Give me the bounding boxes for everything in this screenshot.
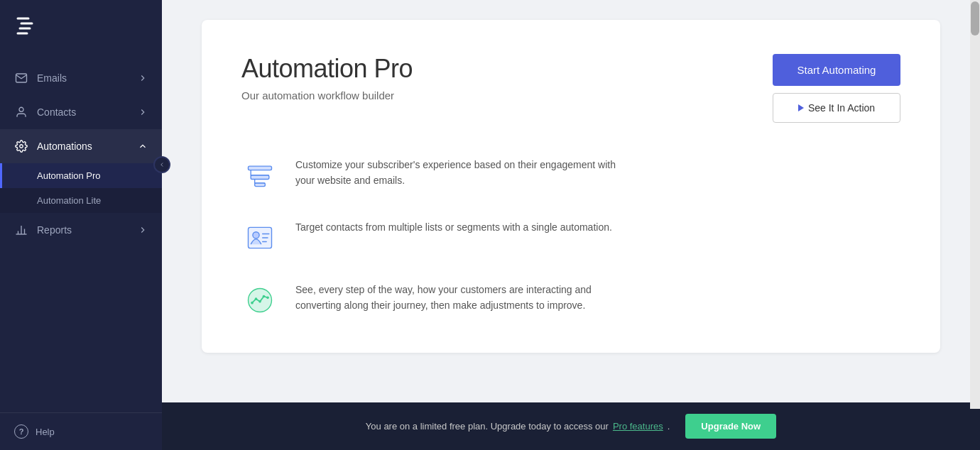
- start-automating-button[interactable]: Start Automating: [773, 54, 900, 86]
- feature-desc-2: Target contacts from multiple lists or s…: [295, 219, 636, 235]
- banner-text-after: .: [668, 421, 670, 432]
- pro-features-link[interactable]: Pro features: [613, 421, 663, 432]
- svg-point-23: [266, 297, 269, 300]
- content-area: Automation Pro Our automation workflow b…: [162, 0, 980, 402]
- main-nav: Emails Contacts Automati: [0, 54, 162, 412]
- contacts-icon: [14, 105, 28, 119]
- help-label: Help: [36, 427, 55, 437]
- emails-chevron: [138, 73, 148, 83]
- app-logo: [14, 13, 43, 41]
- feature-item-3: See, every step of the way, how your cus…: [241, 282, 900, 319]
- svg-point-19: [251, 302, 254, 304]
- feature-desc-1: Customize your subscriber's experience b…: [295, 157, 636, 189]
- svg-point-5: [20, 145, 23, 148]
- svg-point-14: [253, 232, 259, 238]
- sidebar-bottom: ? Help: [0, 412, 162, 450]
- sidebar-item-emails[interactable]: Emails: [0, 61, 162, 95]
- feature-icon-1: [241, 157, 278, 194]
- mail-icon: [14, 71, 28, 85]
- gear-icon: [14, 139, 28, 153]
- sidebar-item-automations-label: Automations: [37, 141, 92, 152]
- automations-chevron: [138, 141, 148, 151]
- collapse-sidebar-button[interactable]: [153, 156, 170, 173]
- sidebar: Emails Contacts Automati: [0, 0, 162, 450]
- automations-submenu: Automation Pro Automation Lite: [0, 163, 162, 213]
- play-icon: [798, 104, 804, 111]
- feature-icon-3: [241, 282, 278, 319]
- bar-chart-icon: [14, 223, 28, 237]
- svg-point-21: [258, 300, 261, 303]
- card-actions: Start Automating See It In Action: [773, 54, 900, 123]
- see-in-action-label: See It In Action: [808, 102, 875, 114]
- feature-text-2: Target contacts from multiple lists or s…: [295, 219, 900, 235]
- sidebar-item-contacts[interactable]: Contacts: [0, 95, 162, 129]
- feature-item-2: Target contacts from multiple lists or s…: [241, 219, 900, 256]
- upgrade-now-button[interactable]: Upgrade Now: [685, 414, 776, 439]
- main-content: Automation Pro Our automation workflow b…: [162, 0, 980, 450]
- help-icon: ?: [14, 424, 28, 439]
- scrollbar-track[interactable]: [970, 0, 980, 409]
- svg-point-20: [255, 297, 258, 300]
- svg-rect-12: [255, 183, 266, 187]
- sidebar-item-emails-label: Emails: [37, 72, 67, 84]
- banner-text-before: You are on a limited free plan. Upgrade …: [366, 421, 609, 432]
- sidebar-item-contacts-label: Contacts: [37, 106, 76, 118]
- see-in-action-button[interactable]: See It In Action: [773, 93, 900, 123]
- page-title: Automation Pro: [241, 54, 413, 84]
- feature-item-1: Customize your subscriber's experience b…: [241, 157, 900, 194]
- reports-chevron: [138, 225, 148, 235]
- scrollbar-thumb[interactable]: [971, 1, 979, 35]
- logo-area: [0, 0, 162, 54]
- sidebar-item-automation-pro[interactable]: Automation Pro: [0, 163, 162, 188]
- svg-point-22: [263, 295, 266, 298]
- contacts-chevron: [138, 107, 148, 117]
- svg-point-4: [19, 107, 23, 111]
- features-list: Customize your subscriber's experience b…: [241, 157, 900, 319]
- sidebar-item-reports[interactable]: Reports: [0, 213, 162, 247]
- feature-desc-3: See, every step of the way, how your cus…: [295, 282, 636, 314]
- sidebar-item-automations[interactable]: Automations: [0, 129, 162, 163]
- help-item[interactable]: ? Help: [14, 424, 148, 439]
- card-header: Automation Pro Our automation workflow b…: [241, 54, 900, 123]
- feature-text-3: See, every step of the way, how your cus…: [295, 282, 900, 314]
- svg-rect-11: [251, 175, 269, 180]
- sidebar-item-reports-label: Reports: [37, 224, 72, 236]
- feature-text-1: Customize your subscriber's experience b…: [295, 157, 900, 189]
- upgrade-banner: You are on a limited free plan. Upgrade …: [162, 402, 980, 450]
- page-subtitle: Our automation workflow builder: [241, 89, 413, 101]
- feature-icon-2: [241, 219, 278, 256]
- automation-pro-card: Automation Pro Our automation workflow b…: [202, 20, 940, 353]
- card-title-block: Automation Pro Our automation workflow b…: [241, 54, 413, 101]
- sidebar-item-automation-lite[interactable]: Automation Lite: [0, 188, 162, 213]
- svg-rect-10: [249, 166, 272, 170]
